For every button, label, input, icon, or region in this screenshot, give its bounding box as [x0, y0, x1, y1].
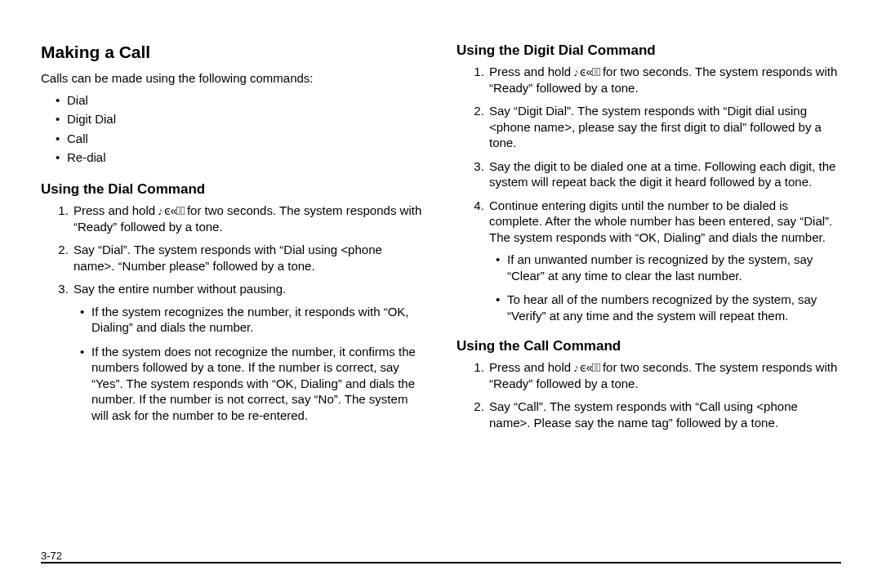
digit-dial-steps: Press and hold 𝆕 ͼ«ᶤ͔ for two seconds. T…	[457, 64, 841, 323]
call-steps: Press and hold 𝆕 ͼ«ᶤ͔ for two seconds. T…	[457, 359, 841, 430]
step-text: Say the entire number without pausing.	[74, 282, 286, 296]
dial-steps: Press and hold 𝆕 ͼ«ᶤ͔ for two seconds. T…	[41, 203, 425, 423]
list-item: If the system does not recognize the num…	[80, 344, 425, 424]
step-text: Press and hold	[489, 360, 571, 374]
phone-voice-icon: 𝆕 ͼ«ᶤ͔	[158, 203, 187, 217]
right-column: Using the Digit Dial Command Press and h…	[457, 42, 841, 438]
footer-rule	[41, 562, 841, 564]
heading-call-command: Using the Call Command	[457, 338, 841, 354]
phone-voice-icon: 𝆕 ͼ«ᶤ͔	[574, 360, 603, 374]
two-column-layout: Making a Call Calls can be made using th…	[41, 42, 841, 438]
step: Press and hold 𝆕 ͼ«ᶤ͔ for two seconds. T…	[488, 64, 841, 96]
list-item: If an unwanted number is recognized by t…	[496, 252, 841, 283]
step: Say “Dial”. The system responds with “Di…	[72, 242, 425, 274]
list-item: Re-dial	[56, 148, 425, 167]
step: Say the digit to be dialed one at a time…	[488, 158, 841, 190]
left-column: Making a Call Calls can be made using th…	[41, 42, 425, 438]
phone-voice-icon: 𝆕 ͼ«ᶤ͔	[574, 65, 603, 78]
step: Say “Call”. The system responds with “Ca…	[488, 399, 841, 430]
step-text: Press and hold	[74, 203, 155, 217]
step: Press and hold 𝆕 ͼ«ᶤ͔ for two seconds. T…	[72, 203, 425, 234]
intro-text: Calls can be made using the following co…	[41, 70, 425, 86]
step: Press and hold 𝆕 ͼ«ᶤ͔ for two seconds. T…	[488, 359, 841, 391]
list-item: Digit Dial	[56, 109, 425, 128]
command-list: Dial Digit Dial Call Re-dial	[56, 91, 425, 167]
step-text: Continue entering digits until the numbe…	[489, 198, 832, 244]
list-item: If the system recognizes the number, it …	[80, 304, 425, 336]
list-item: To hear all of the numbers recognized by…	[496, 292, 841, 323]
step: Say “Digit Dial”. The system responds wi…	[488, 103, 841, 151]
step: Continue entering digits until the numbe…	[488, 198, 841, 324]
list-item: Dial	[56, 91, 425, 109]
page-number: 3-72	[41, 550, 841, 562]
sub-list: If an unwanted number is recognized by t…	[496, 252, 841, 323]
step: Say the entire number without pausing. I…	[72, 281, 425, 423]
manual-page: Making a Call Calls can be made using th…	[0, 0, 882, 588]
heading-digit-dial: Using the Digit Dial Command	[457, 42, 841, 59]
heading-making-a-call: Making a Call	[41, 42, 425, 62]
heading-dial-command: Using the Dial Command	[41, 181, 425, 198]
page-footer: 3-72	[41, 563, 841, 564]
step-text: Press and hold	[489, 65, 571, 78]
list-item: Call	[56, 129, 425, 148]
sub-list: If the system recognizes the number, it …	[80, 304, 425, 424]
